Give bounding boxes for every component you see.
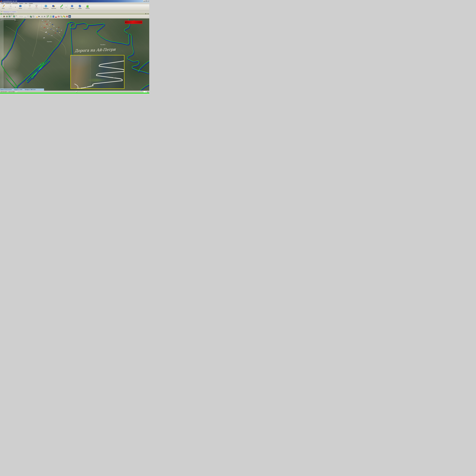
car-dot [114, 78, 114, 78]
ruler-icon[interactable] [36, 16, 38, 17]
route-points-icon[interactable] [47, 15, 49, 18]
map-panel-header: Спутник (Яндекс.Карты) ✕ [0, 13, 149, 15]
panel-close-icon[interactable]: ✕ [147, 13, 149, 15]
help-icon: ? [70, 4, 74, 8]
title-bar: LocarusInformer ver 4.10 ✕ [0, 0, 149, 2]
warning-icon[interactable]: A [55, 16, 57, 17]
railroad-icon[interactable] [58, 16, 60, 17]
map-scale-label: 200 m [15, 21, 18, 22]
zoom-up-button[interactable] [147, 91, 149, 92]
map-pan-icon[interactable]: ↔ [8, 15, 11, 18]
map-toolbar-separator [46, 15, 46, 18]
satellite-map-icon [0, 13, 2, 15]
close-button[interactable]: ✕ [147, 0, 149, 2]
nav-up-icon[interactable] [24, 16, 26, 17]
read-button[interactable]: Считать [27, 4, 33, 10]
map-copy-icon[interactable] [32, 16, 34, 17]
track-position-slider[interactable] [18, 91, 142, 93]
pause-icon[interactable] [41, 16, 43, 17]
server-icon [78, 4, 81, 8]
map-pan-dropdown-icon[interactable] [11, 16, 12, 17]
parking-icon[interactable]: P [52, 16, 54, 17]
tab-row: i Информация по устройству [0, 11, 149, 13]
nav-down-icon[interactable] [27, 16, 29, 17]
map-layers-icon[interactable] [13, 16, 15, 17]
points-button[interactable]: Точки [59, 4, 65, 10]
menu-help[interactable]: Справка [28, 2, 34, 4]
svg-text:?: ? [72, 5, 72, 7]
help-button[interactable]: ? Справка [69, 4, 75, 10]
print-icon [19, 4, 22, 8]
map-panel-title: Спутник (Яндекс.Карты) [2, 13, 14, 15]
nav-right-icon[interactable] [21, 16, 23, 17]
app-logo-icon [0, 0, 2, 2]
status-separator [17, 91, 17, 93]
application-window: LocarusInformer ver 4.10 ✕ Файл Устройст… [0, 0, 149, 94]
erase-icon [35, 4, 38, 8]
points-group-icon[interactable] [50, 16, 52, 17]
download-track-icon[interactable] [0, 16, 2, 17]
map-toolbar: X ↔ [0, 15, 149, 18]
map-delete-icon[interactable]: X [3, 16, 5, 17]
report-icon [2, 4, 5, 8]
map-scale-bar [0, 19, 16, 21]
map-layers-dropdown-icon[interactable] [16, 16, 17, 17]
camera-icon[interactable] [68, 15, 71, 18]
points-dropdown-icon[interactable] [66, 7, 67, 8]
server-button[interactable]: Сервер [77, 4, 83, 10]
track-info-bar: Время: 05.10.15 21:57 Скорость: 29.00 Пр… [0, 88, 44, 91]
status-bar: N44°28.04371′ : E34°4.57068′ 10 [0, 91, 149, 93]
map-edit-icon[interactable] [6, 16, 8, 17]
fuel-icon[interactable] [60, 16, 63, 17]
menu-device[interactable]: Устройство [5, 2, 12, 4]
transport-button[interactable]: Транспорт [51, 4, 57, 10]
menu-windows[interactable]: Окна [24, 2, 28, 4]
device-info-icon: i [1, 11, 3, 13]
geofence-icon[interactable] [63, 16, 65, 17]
minimize-button[interactable] [143, 0, 145, 2]
erase-button[interactable]: Стереть [34, 4, 39, 10]
group-dropdown-icon[interactable] [15, 7, 16, 8]
menu-settings[interactable]: Настройка [12, 2, 18, 4]
restore-button[interactable] [145, 0, 147, 2]
main-toolbar: Отчет Группа [0, 4, 149, 11]
pin-icon[interactable] [145, 13, 146, 15]
zoom-value-field[interactable]: 10 [143, 91, 147, 93]
slider-thumb[interactable] [76, 91, 77, 93]
transport-icon [52, 4, 55, 8]
yandex-watermark: Yandex [47, 41, 52, 42]
coordinates-value: N44°28.04371′ : E34°4.57068′ [1, 91, 15, 92]
bottom-green-stripe [0, 93, 149, 93]
target-icon[interactable] [66, 16, 68, 17]
window-title: LocarusInformer ver 4.10 [2, 0, 17, 2]
points-icon [60, 4, 63, 8]
progress-value: 8 [125, 22, 126, 23]
stop-icon[interactable] [44, 16, 46, 17]
coordinates-box: N44°28.04371′ : E34°4.57068′ [0, 91, 17, 93]
print-button[interactable]: Печать [17, 4, 23, 10]
satellite-map[interactable]: 200 m Yandex Yandex 8 Дорога на Ай-Петри [0, 18, 149, 91]
read-icon [28, 4, 31, 8]
settings-button[interactable]: Параметры [43, 4, 49, 10]
zoom-down-button[interactable] [147, 92, 149, 93]
group-button[interactable]: Группа [7, 4, 13, 10]
menu-utilities[interactable]: Утилиты [18, 2, 24, 4]
plugins-icon [86, 4, 89, 8]
nav-left-icon[interactable] [18, 16, 20, 17]
bottom-gray-stripe [0, 94, 149, 94]
plugins-button[interactable]: Плагины [85, 4, 90, 10]
tab-device-info[interactable]: i Информация по устройству [0, 11, 17, 13]
info-distance: Пройдено: 388.51 km [25, 89, 35, 90]
settings-icon [44, 4, 47, 8]
serpentine-road-photo [70, 55, 124, 89]
menu-file[interactable]: Файл [0, 2, 5, 4]
info-time: Время: 05.10.15 21:57 [0, 89, 12, 90]
track-progress-bar[interactable]: 8 [125, 21, 142, 24]
play-icon[interactable] [38, 16, 41, 17]
info-speed: Скорость: 29.00 [14, 89, 22, 90]
tab-label: Информация по устройству [3, 11, 17, 12]
map-lock-icon[interactable] [30, 16, 32, 17]
yandex-watermark: Yandex [100, 44, 105, 45]
group-icon [9, 4, 12, 8]
report-button[interactable]: Отчет [0, 4, 6, 10]
